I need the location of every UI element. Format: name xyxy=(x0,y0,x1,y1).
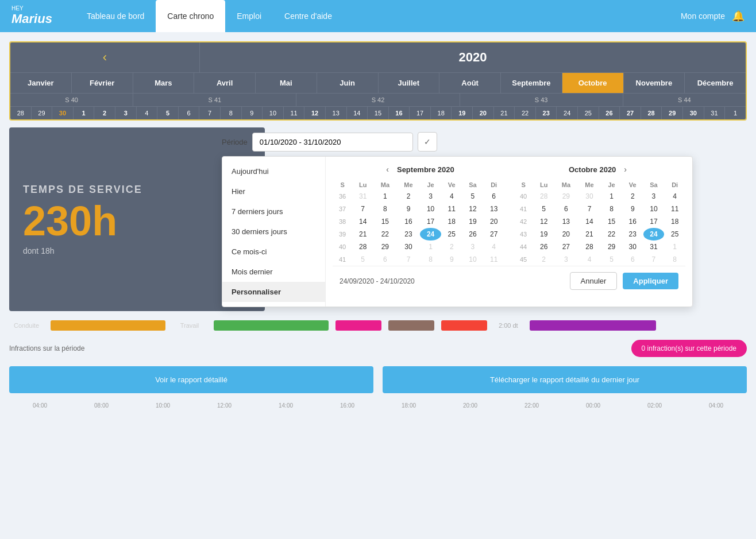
oct-day-1[interactable]: 1 xyxy=(601,190,622,203)
sept-day-8b[interactable]: 8 xyxy=(420,253,441,266)
sept-day-19[interactable]: 19 xyxy=(462,215,484,228)
oct-next-button[interactable]: › xyxy=(620,164,630,175)
day-4[interactable]: 4 xyxy=(137,107,158,119)
day-29[interactable]: 29 xyxy=(32,107,53,119)
sept-day-18[interactable]: 18 xyxy=(441,215,462,228)
sept-day-15[interactable]: 15 xyxy=(373,215,397,228)
sept-day-7[interactable]: 7 xyxy=(352,203,373,215)
sept-day-25[interactable]: 25 xyxy=(441,228,462,241)
day-22[interactable]: 22 xyxy=(515,107,536,119)
nav-link-emploi[interactable]: Emploi xyxy=(225,0,273,32)
day-14[interactable]: 14 xyxy=(347,107,368,119)
day-13[interactable]: 13 xyxy=(326,107,347,119)
month-mai[interactable]: Mai xyxy=(256,73,317,93)
day-31[interactable]: 31 xyxy=(704,107,726,119)
oct-day-4[interactable]: 4 xyxy=(664,190,685,203)
day-15[interactable]: 15 xyxy=(368,107,389,119)
oct-day-13[interactable]: 13 xyxy=(554,215,578,228)
apply-button[interactable]: Appliquer xyxy=(623,273,678,289)
sept-day-24-selected[interactable]: 24 xyxy=(420,228,441,241)
day-20[interactable]: 20 xyxy=(473,107,494,119)
day-19[interactable]: 19 xyxy=(452,107,473,119)
oct-day-1b[interactable]: 1 xyxy=(664,241,685,253)
sept-day-3b[interactable]: 3 xyxy=(462,241,484,253)
day-23[interactable]: 23 xyxy=(536,107,557,119)
oct-day-16[interactable]: 16 xyxy=(622,215,643,228)
day-28[interactable]: 28 xyxy=(10,107,32,119)
oct-day-29[interactable]: 29 xyxy=(554,190,578,203)
month-jun[interactable]: Juin xyxy=(317,73,379,93)
oct-day-31[interactable]: 31 xyxy=(643,241,665,253)
oct-day-30b[interactable]: 30 xyxy=(622,241,643,253)
oct-day-14[interactable]: 14 xyxy=(578,215,601,228)
oct-day-6[interactable]: 6 xyxy=(554,203,578,215)
day-1b[interactable]: 1 xyxy=(725,107,746,119)
sept-day-22[interactable]: 22 xyxy=(373,228,397,241)
account-button[interactable]: Mon compte xyxy=(681,11,725,21)
quick-today[interactable]: Aujourd'hui xyxy=(222,161,325,181)
day-30b[interactable]: 30 xyxy=(683,107,704,119)
oct-day-17[interactable]: 17 xyxy=(643,215,665,228)
day-7[interactable]: 7 xyxy=(199,107,221,119)
day-3[interactable]: 3 xyxy=(115,107,137,119)
day-24[interactable]: 24 xyxy=(557,107,578,119)
oct-day-6b[interactable]: 6 xyxy=(622,253,643,266)
oct-day-3b[interactable]: 3 xyxy=(554,253,578,266)
oct-day-2[interactable]: 2 xyxy=(622,190,643,203)
sept-day-9b[interactable]: 9 xyxy=(441,253,462,266)
oct-day-7[interactable]: 7 xyxy=(578,203,601,215)
sept-day-5b[interactable]: 5 xyxy=(352,253,373,266)
day-9[interactable]: 9 xyxy=(242,107,263,119)
day-18[interactable]: 18 xyxy=(431,107,452,119)
oct-day-26[interactable]: 26 xyxy=(533,241,554,253)
sept-day-6b[interactable]: 6 xyxy=(373,253,397,266)
prev-year-button[interactable]: ‹ xyxy=(10,42,200,72)
sept-day-16[interactable]: 16 xyxy=(397,215,421,228)
oct-day-15[interactable]: 15 xyxy=(601,215,622,228)
sept-day-28[interactable]: 28 xyxy=(352,241,373,253)
oct-day-5b[interactable]: 5 xyxy=(601,253,622,266)
oct-day-8b[interactable]: 8 xyxy=(664,253,685,266)
month-aou[interactable]: Août xyxy=(439,73,501,93)
sept-day-4b[interactable]: 4 xyxy=(483,241,504,253)
nav-link-tableau[interactable]: Tableau de bord xyxy=(75,0,156,32)
sept-day-31[interactable]: 31 xyxy=(352,190,373,203)
oct-day-12[interactable]: 12 xyxy=(533,215,554,228)
sept-day-7b[interactable]: 7 xyxy=(397,253,421,266)
oct-day-18[interactable]: 18 xyxy=(664,215,685,228)
sept-day-3[interactable]: 3 xyxy=(420,190,441,203)
period-input[interactable] xyxy=(252,133,413,152)
day-2[interactable]: 2 xyxy=(94,107,115,119)
oct-day-22[interactable]: 22 xyxy=(601,228,622,241)
day-27[interactable]: 27 xyxy=(620,107,641,119)
sept-day-27[interactable]: 27 xyxy=(483,228,504,241)
month-sep[interactable]: Septembre xyxy=(501,73,562,93)
sept-day-26[interactable]: 26 xyxy=(462,228,484,241)
day-28b[interactable]: 28 xyxy=(641,107,662,119)
quick-personnaliser[interactable]: Personnaliser xyxy=(222,282,325,302)
sept-day-6[interactable]: 6 xyxy=(483,190,504,203)
sept-day-11b[interactable]: 11 xyxy=(483,253,504,266)
month-nov[interactable]: Novembre xyxy=(624,73,685,93)
sept-prev-button[interactable]: ‹ xyxy=(383,164,392,175)
sept-day-23[interactable]: 23 xyxy=(397,228,421,241)
month-fev[interactable]: Février xyxy=(72,73,133,93)
oct-day-28b[interactable]: 28 xyxy=(578,241,601,253)
day-5[interactable]: 5 xyxy=(157,107,179,119)
period-check-button[interactable]: ✓ xyxy=(418,132,437,152)
sept-day-12[interactable]: 12 xyxy=(462,203,484,215)
sept-day-29[interactable]: 29 xyxy=(373,241,397,253)
cancel-button[interactable]: Annuler xyxy=(570,272,618,290)
oct-day-7b[interactable]: 7 xyxy=(643,253,665,266)
oct-day-8[interactable]: 8 xyxy=(601,203,622,215)
day-21[interactable]: 21 xyxy=(494,107,515,119)
day-8[interactable]: 8 xyxy=(221,107,242,119)
sept-day-8[interactable]: 8 xyxy=(373,203,397,215)
sept-day-30[interactable]: 30 xyxy=(397,241,421,253)
quick-30j[interactable]: 30 derniers jours xyxy=(222,222,325,242)
oct-day-19[interactable]: 19 xyxy=(533,228,554,241)
sept-day-10b[interactable]: 10 xyxy=(462,253,484,266)
infractions-button[interactable]: 0 infraction(s) sur cette période xyxy=(631,340,747,357)
sept-day-5[interactable]: 5 xyxy=(462,190,484,203)
oct-day-5[interactable]: 5 xyxy=(533,203,554,215)
